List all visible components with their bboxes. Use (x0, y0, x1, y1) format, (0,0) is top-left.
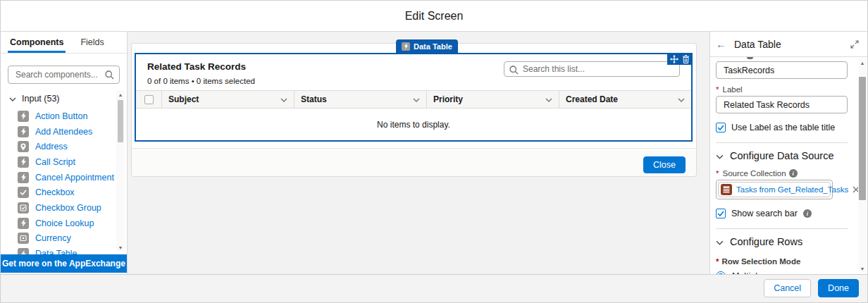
check-icon (18, 187, 29, 198)
chevron-down-icon (9, 94, 16, 104)
record-collection-icon (721, 184, 732, 195)
table-summary: 0 of 0 items • 0 items selected (147, 77, 680, 85)
component-item-action-button[interactable]: Action Button (1, 109, 127, 124)
required-marker: * (716, 169, 719, 178)
chevron-down-icon (678, 94, 685, 104)
use-label-checkbox[interactable] (716, 123, 726, 132)
chevron-down-icon (716, 150, 724, 161)
label-input[interactable] (716, 96, 848, 113)
bolt-icon (18, 156, 29, 168)
scroll-down-icon[interactable]: ▼ (858, 264, 867, 273)
bolt-icon (18, 248, 29, 254)
configure-data-source-section[interactable]: Configure Data Source (716, 143, 848, 163)
show-search-bar-label: Show search bar (731, 209, 798, 218)
table-empty-state: No items to display. (136, 109, 691, 140)
scroll-down-icon[interactable]: ▼ (116, 243, 125, 252)
properties-panel: ← Data Table *Label Use Label as the tab… (709, 32, 867, 274)
component-badge-label: Data Table (414, 42, 452, 51)
bolt-icon (18, 111, 29, 122)
sidebar-tabs: Components Fields (1, 32, 127, 54)
trash-icon[interactable] (682, 55, 690, 63)
use-label-checkbox-label: Use Label as the table title (731, 123, 835, 132)
component-list: Action Button Add Attendees Address Call… (1, 107, 127, 254)
tab-components[interactable]: Components (8, 32, 66, 53)
component-item-currency[interactable]: Currency (1, 231, 127, 247)
bolt-icon (18, 172, 29, 183)
screen-footer: Close (132, 148, 696, 176)
source-collection-input[interactable]: Tasks from Get_Related_Tasks (716, 180, 833, 199)
pin-icon (18, 141, 29, 152)
component-item-address[interactable]: Address (1, 139, 127, 154)
close-button[interactable]: Close (643, 156, 686, 173)
component-actions-chip (667, 53, 693, 65)
components-sidebar: Components Fields Input (53) Action Butt… (1, 32, 128, 274)
column-header-subject[interactable]: Subject (161, 91, 294, 108)
dialog-header: Edit Screen (1, 1, 867, 32)
selected-data-table-component[interactable]: Related Task Records 0 of 0 items • 0 it… (135, 53, 693, 142)
scrollbar-thumb[interactable] (859, 77, 866, 200)
section-input[interactable]: Input (53) (1, 88, 127, 107)
chevron-down-icon (280, 94, 287, 104)
chevron-down-icon (716, 236, 724, 247)
component-item-choice-lookup[interactable]: Choice Lookup (1, 216, 127, 231)
component-badge[interactable]: Data Table (396, 39, 458, 53)
chevron-down-icon (413, 94, 420, 104)
row-selection-mode-label: *Row Selection Mode (716, 257, 848, 266)
panel-scrollbar[interactable]: ▲ ▼ (858, 58, 867, 273)
expand-icon[interactable] (850, 40, 859, 49)
search-components-input[interactable] (8, 66, 120, 84)
column-header-priority[interactable]: Priority (426, 91, 559, 108)
back-arrow-icon[interactable]: ← (716, 39, 726, 49)
required-marker: * (716, 85, 719, 94)
clipped-info-icon (747, 57, 753, 59)
info-icon[interactable]: i (789, 169, 798, 178)
component-item-data-table[interactable]: Data Table (1, 246, 127, 254)
source-collection-value: Tasks from Get_Related_Tasks (736, 185, 848, 194)
search-list-input[interactable] (504, 61, 680, 77)
bolt-icon (18, 126, 29, 137)
info-icon[interactable]: i (803, 209, 812, 218)
dialog-footer: Cancel Done (1, 274, 867, 303)
cancel-button[interactable]: Cancel (764, 279, 811, 297)
search-icon (105, 70, 114, 82)
component-item-checkbox-group[interactable]: Checkbox Group (1, 200, 127, 216)
scroll-up-icon[interactable]: ▲ (858, 58, 867, 67)
bolt-icon (18, 218, 29, 229)
screen-preview-card: Related Task Records 0 of 0 items • 0 it… (131, 43, 697, 177)
source-collection-label: *Source Collection i (716, 169, 848, 178)
show-search-bar-checkbox[interactable] (716, 209, 726, 218)
source-collection-pill[interactable]: Tasks from Get_Related_Tasks (718, 182, 831, 197)
radio-option-multiple[interactable]: Multiple (716, 271, 848, 274)
radio-selected-icon[interactable] (716, 271, 726, 274)
column-header-status[interactable]: Status (294, 91, 426, 108)
tab-fields[interactable]: Fields (78, 32, 106, 53)
page-title: Edit Screen (405, 10, 464, 23)
screen-canvas: Data Table Related Task Records 0 of 0 (128, 32, 709, 274)
bolt-icon (402, 42, 410, 51)
configure-rows-section[interactable]: Configure Rows (716, 229, 848, 249)
table-header-row: Subject Status Priority Created Dat (136, 90, 691, 109)
required-marker: * (716, 257, 719, 266)
sidebar-scrollbar[interactable]: ▲ ▼ (116, 90, 125, 252)
component-item-cancel-appointment[interactable]: Cancel Appointment (1, 170, 127, 185)
select-all-checkbox[interactable] (144, 95, 154, 104)
label-field-label: *Label (716, 85, 848, 94)
panel-title: Data Table (734, 39, 781, 50)
edit-screen-dialog: Edit Screen Components Fields Input (53) (0, 0, 868, 303)
move-icon[interactable] (670, 55, 678, 63)
section-input-label: Input (53) (22, 94, 60, 104)
scroll-up-icon[interactable]: ▲ (116, 90, 125, 99)
done-button[interactable]: Done (818, 279, 859, 297)
appexchange-button[interactable]: Get more on the AppExchange (1, 254, 127, 273)
api-name-input[interactable] (716, 61, 848, 79)
component-item-add-attendees[interactable]: Add Attendees (1, 124, 127, 140)
column-header-created-date[interactable]: Created Date (559, 91, 691, 108)
checkbox-group-icon (18, 202, 29, 214)
currency-icon (18, 233, 29, 244)
panel-scroll-area: *Label Use Label as the table title Conf… (710, 56, 867, 274)
chevron-down-icon (545, 94, 552, 104)
component-item-call-script[interactable]: Call Script (1, 154, 127, 170)
search-icon (509, 65, 519, 78)
component-item-checkbox[interactable]: Checkbox (1, 185, 127, 200)
scrollbar-thumb[interactable] (118, 100, 123, 142)
